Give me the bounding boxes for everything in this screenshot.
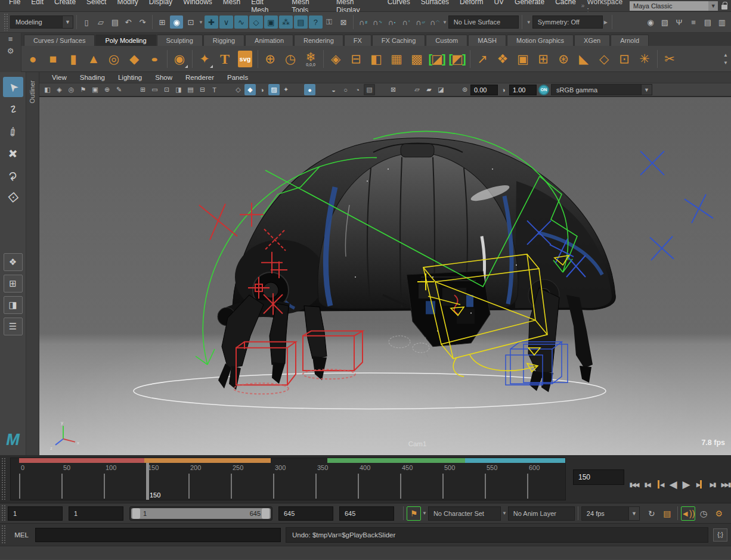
- mel-input[interactable]: [35, 528, 281, 542]
- step-forward-frame-button[interactable]: ▶▮: [707, 477, 718, 491]
- symmetry-field[interactable]: Symmetry: Off: [532, 15, 603, 29]
- bevel-icon[interactable]: ▣: [513, 48, 533, 70]
- film-gate-icon[interactable]: ▭: [149, 84, 160, 95]
- scale-tool[interactable]: ⊡: [3, 187, 23, 207]
- poly-cylinder-icon[interactable]: ▮: [63, 48, 83, 70]
- viewport-canvas[interactable]: x y z Cam1 7.8 fps: [39, 97, 731, 455]
- open-scene-icon[interactable]: ▱: [94, 15, 107, 29]
- play-forwards-button[interactable]: ▶: [680, 477, 692, 491]
- tool-settings-icon[interactable]: ≡: [687, 15, 700, 29]
- select-hierarchy-mode-icon[interactable]: ⊞: [156, 15, 169, 29]
- move-tool[interactable]: ✚: [3, 143, 23, 163]
- shaded-display-icon[interactable]: ●: [304, 84, 315, 95]
- shelf-menu-icon[interactable]: ≡: [4, 33, 17, 45]
- animation-prefs-icon[interactable]: ⚙: [712, 506, 726, 521]
- playback-start-field[interactable]: [69, 506, 123, 521]
- chevron-down-icon[interactable]: ▼: [62, 16, 73, 28]
- live-surface-field[interactable]: No Live Surface: [448, 15, 519, 29]
- workspace-dropdown[interactable]: Maya Classic ▼: [630, 1, 718, 11]
- colorspace-dropdown[interactable]: sRGB gamma ▼: [551, 84, 652, 95]
- separate-icon[interactable]: ⊟: [346, 48, 366, 70]
- time-slider-ruler[interactable]: 050100150200250300350400450500550600150: [10, 458, 566, 500]
- shelf-tab[interactable]: Custom: [426, 35, 467, 46]
- exposure-field[interactable]: [470, 85, 498, 95]
- mask-deformers-icon[interactable]: ▣: [264, 15, 278, 29]
- mask-points-icon[interactable]: ∨: [219, 15, 233, 29]
- menu-overflow-chevrons[interactable]: »: [581, 2, 584, 9]
- chevron-right-icon[interactable]: ▶: [603, 20, 609, 25]
- layout-two-pane-button[interactable]: ◨: [4, 296, 23, 314]
- motion-blur-icon[interactable]: ◔: [352, 84, 363, 95]
- two-d-pan-zoom-icon[interactable]: ⊕: [101, 84, 113, 95]
- shelf-tab[interactable]: Sculpting: [157, 35, 203, 46]
- anim-layer-dropdown[interactable]: No Anim Layer: [508, 506, 575, 521]
- gamma-field[interactable]: [509, 85, 537, 95]
- ambient-occlusion-icon[interactable]: ○: [340, 84, 351, 95]
- reset-transform-icon[interactable]: ◷: [280, 48, 301, 70]
- fill-hole-icon[interactable]: ▩: [407, 48, 427, 70]
- shelf-scrollbar[interactable]: ▲▼: [721, 52, 730, 66]
- timeline-playhead[interactable]: [146, 463, 149, 500]
- menu-set-dropdown[interactable]: Modeling ▼: [10, 15, 73, 29]
- conform-icon[interactable]: ▦: [386, 48, 407, 70]
- character-set-dropdown[interactable]: No Character Set: [428, 506, 501, 521]
- step-back-key-button[interactable]: ◀: [654, 477, 666, 491]
- panel-menu-item[interactable]: Lighting: [111, 73, 148, 82]
- gamma-icon[interactable]: ◑: [498, 84, 509, 95]
- safe-title-icon[interactable]: T: [209, 84, 220, 95]
- snap-to-grids-icon[interactable]: ∩#: [357, 15, 370, 29]
- smooth-icon[interactable]: ❖: [493, 48, 513, 70]
- step-back-frame-button[interactable]: ▮◀: [641, 477, 653, 491]
- camera-attributes-icon[interactable]: ◎: [66, 84, 77, 95]
- humanik-icon[interactable]: Ψ: [673, 15, 686, 29]
- shelf-tab[interactable]: FX: [344, 35, 371, 46]
- poly-cone-icon[interactable]: ▲: [83, 48, 104, 70]
- shelf-tab[interactable]: Curves / Surfaces: [24, 35, 95, 46]
- resolution-gate-icon[interactable]: ⊡: [161, 84, 172, 95]
- sync-time-icon[interactable]: ◷: [696, 506, 711, 521]
- channel-box-icon[interactable]: ▥: [715, 15, 729, 29]
- mask-dynamics-icon[interactable]: ⁂: [279, 15, 293, 29]
- select-component-mode-icon[interactable]: ⊡: [184, 15, 197, 29]
- mask-surfaces-icon[interactable]: ◇: [249, 15, 263, 29]
- platonic-solid-icon[interactable]: ◉: [169, 48, 190, 70]
- highlight-selection-icon[interactable]: ⊠: [337, 15, 350, 29]
- panel-menu-item[interactable]: View: [45, 73, 73, 82]
- poly-plane-icon[interactable]: ◆: [124, 48, 144, 70]
- plugin-display-icon[interactable]: ◪: [435, 84, 447, 95]
- center-pivot-icon[interactable]: ⊕: [260, 48, 280, 70]
- redo-icon[interactable]: ↷: [136, 15, 149, 29]
- snap-to-points-icon[interactable]: ∩•: [385, 15, 398, 29]
- layout-single-pane-button[interactable]: ❖: [4, 253, 23, 271]
- boolean-union-icon[interactable]: ◪: [427, 48, 447, 70]
- triangulate-icon[interactable]: ◣: [574, 48, 594, 70]
- chevron-down-icon[interactable]: ▼: [708, 1, 718, 11]
- shelf-tab[interactable]: Animation: [245, 35, 293, 46]
- super-shape-icon[interactable]: ✦: [194, 48, 215, 70]
- toolbar-grip[interactable]: [4, 13, 9, 31]
- range-slider[interactable]: 1 645: [129, 506, 272, 521]
- use-default-material-icon[interactable]: ▨: [268, 84, 280, 95]
- xray-icon[interactable]: ▧: [364, 84, 375, 95]
- visibility-icon[interactable]: ◉: [644, 15, 657, 29]
- mask-curves-icon[interactable]: ∿: [234, 15, 248, 29]
- color-management-toggle[interactable]: ON: [538, 85, 549, 95]
- fps-dropdown[interactable]: 24 fps ▼: [581, 506, 640, 521]
- undo-icon[interactable]: ↶: [122, 15, 135, 29]
- step-forward-key-button[interactable]: ▶: [693, 477, 705, 491]
- quadrangulate-icon[interactable]: ◇: [594, 48, 614, 70]
- animation-start-field[interactable]: [8, 506, 63, 521]
- lights-icon[interactable]: ✦: [280, 84, 292, 95]
- grease-pencil-icon[interactable]: ✎: [113, 84, 125, 95]
- shelf-gear-icon[interactable]: ⚙: [4, 45, 17, 57]
- poly-torus-icon[interactable]: ◎: [104, 48, 124, 70]
- go-to-start-button[interactable]: ▮◀◀: [628, 477, 640, 491]
- grid-icon[interactable]: ⊞: [137, 84, 148, 95]
- field-chart-icon[interactable]: ▤: [185, 84, 196, 95]
- mirror-icon[interactable]: ◧: [366, 48, 386, 70]
- make-live-icon[interactable]: ∩◠: [428, 15, 441, 29]
- chevron-down-icon[interactable]: ▼: [525, 20, 532, 25]
- panel-menu-item[interactable]: Shading: [73, 73, 111, 82]
- xray-active-components-icon[interactable]: ▰: [423, 84, 435, 95]
- lasso-select-tool[interactable]: ∿: [3, 99, 23, 119]
